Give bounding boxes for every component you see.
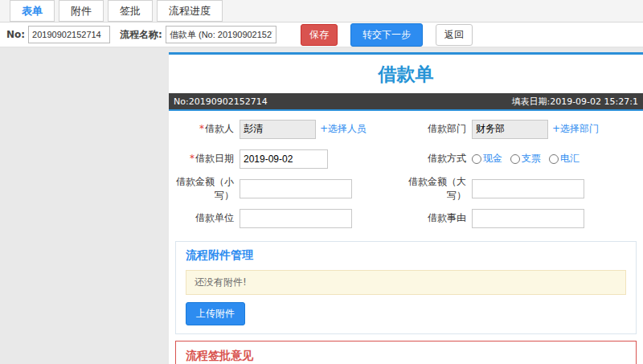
process-name-label: 流程名称: [120, 28, 162, 42]
field-department: 借款部门 +选择部门 [406, 114, 638, 144]
tab-form[interactable]: 表单 [10, 0, 55, 22]
next-step-button[interactable]: 转交下一步 [350, 23, 423, 47]
borrower-label: *借款人 [174, 122, 240, 135]
loan-date-input[interactable] [240, 149, 328, 169]
field-amount-lowercase: 借款金额（小写） [174, 174, 406, 203]
doc-number: No:20190902152714 [174, 96, 268, 107]
loan-unit-input[interactable] [240, 209, 352, 228]
field-borrower: *借款人 +选择人员 [174, 114, 406, 144]
select-department-link[interactable]: +选择部门 [552, 122, 599, 136]
approval-section: 流程签批意见 B I abc A ⚓ ⚑ 1≡ •≡ ⇤ ⇥ [175, 341, 637, 364]
department-label: 借款部门 [406, 122, 472, 135]
loan-reason-label: 借款事由 [406, 211, 472, 224]
no-label: No: [6, 29, 25, 40]
save-button[interactable]: 保存 [301, 24, 338, 46]
upload-attachment-button[interactable]: 上传附件 [186, 302, 245, 325]
attachment-section: 流程附件管理 还没有附件! 上传附件 [175, 241, 637, 334]
radio-cash[interactable]: 现金 [472, 152, 502, 166]
top-tab-bar: 表单 附件 签批 流程进度 [0, 0, 643, 22]
tab-attachment[interactable]: 附件 [59, 0, 104, 22]
tab-approval[interactable]: 签批 [108, 0, 153, 22]
loan-unit-label: 借款单位 [174, 211, 240, 224]
field-loan-unit: 借款单位 [174, 203, 406, 233]
radio-wire-input[interactable] [549, 154, 559, 164]
department-input [472, 120, 548, 139]
loan-reason-input[interactable] [472, 209, 584, 228]
loan-method-label: 借款方式 [406, 152, 472, 165]
content-area: 借款单 No:20190902152714 填表日期:2019-09-02 15… [0, 47, 643, 364]
select-person-link[interactable]: +选择人员 [320, 122, 367, 136]
action-toolbar: No: 流程名称: 保存 转交下一步 返回 [0, 22, 643, 47]
no-input[interactable] [28, 26, 110, 43]
approval-heading: 流程签批意见 [186, 349, 626, 363]
no-attachment-alert: 还没有附件! [186, 270, 626, 295]
field-loan-date: *借款日期 [174, 144, 406, 174]
loan-form-grid: *借款人 +选择人员 借款部门 +选择部门 *借款日期 借款方式 现金 [169, 111, 643, 235]
radio-cash-input[interactable] [472, 154, 481, 164]
required-asterisk: * [190, 153, 195, 164]
borrower-input [240, 120, 316, 139]
tab-progress[interactable]: 流程进度 [157, 0, 223, 22]
doc-fill-date: 填表日期:2019-09-02 15:27:1 [511, 96, 638, 108]
amount-lowercase-input[interactable] [240, 179, 352, 198]
radio-check[interactable]: 支票 [510, 152, 541, 166]
back-button[interactable]: 返回 [436, 24, 473, 46]
field-loan-method: 借款方式 现金 支票 电汇 [406, 144, 638, 174]
doc-header-bar: No:20190902152714 填表日期:2019-09-02 15:27:… [169, 93, 643, 109]
required-asterisk: * [199, 123, 204, 134]
page-title: 借款单 [169, 62, 643, 87]
loan-method-options: 现金 支票 电汇 [472, 152, 588, 166]
amount-lowercase-label: 借款金额（小写） [174, 175, 240, 201]
attachment-heading: 流程附件管理 [186, 248, 626, 263]
loan-date-label: *借款日期 [174, 152, 240, 165]
loan-form-panel: 借款单 No:20190902152714 填表日期:2019-09-02 15… [169, 52, 643, 364]
amount-uppercase-label: 借款金额（大写） [406, 175, 472, 201]
field-amount-uppercase: 借款金额（大写） [406, 174, 638, 203]
process-name-input[interactable] [166, 26, 276, 43]
amount-uppercase-input[interactable] [472, 179, 584, 198]
field-loan-reason: 借款事由 [406, 203, 638, 233]
radio-wire[interactable]: 电汇 [549, 152, 580, 166]
radio-check-input[interactable] [510, 154, 520, 164]
